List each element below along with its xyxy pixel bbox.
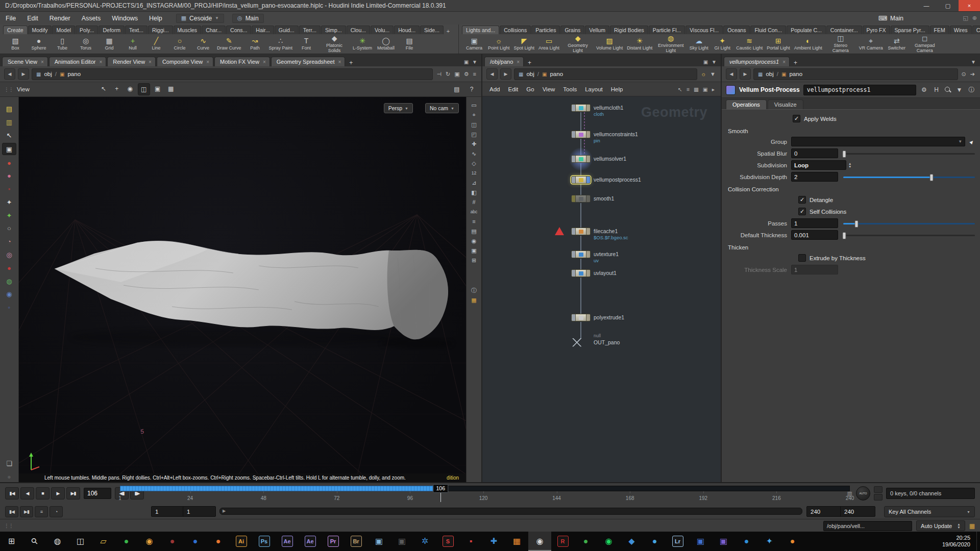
search-icon[interactable] [944,86,951,93]
view-menu[interactable]: View [17,86,30,92]
shelf-tool-volume-light[interactable]: ▨Volume Light [595,37,624,52]
bypass-flag[interactable] [572,251,576,258]
forward-button[interactable]: ▶ [500,68,511,80]
handles-icon[interactable]: + [111,83,122,94]
shelf-tab-deform[interactable]: Deform [99,26,124,34]
pane-maximize-icon[interactable]: ▤ [451,84,462,95]
shelf-tab-modify[interactable]: Modify [28,26,52,34]
shelf-tab-volu[interactable]: Volu... [371,26,394,34]
taskbar-app-blue-diamond[interactable]: ◆ [620,532,643,551]
shelf-tab-grains[interactable]: Grains [560,26,584,34]
network-canvas[interactable]: Geometry vellumcloth1clothvellumconstrai… [482,96,721,482]
tab-render-view[interactable]: Render View× [107,57,156,66]
taskbar-app-blue-plus[interactable]: ✚ [482,532,505,551]
node-polyextrude1[interactable] [571,314,591,321]
play-button[interactable]: ▶ [51,487,65,499]
taskbar-firefox[interactable]: ● [207,532,230,551]
viewport-3d-canvas[interactable]: Persp ▼ No cam ▼ 5 Left mouse tumbles. M… [19,97,466,482]
context-path-field[interactable]: /obj/pano/vell... [823,521,912,531]
range-slider[interactable]: ▶ [219,508,802,515]
node-smooth1[interactable] [571,195,591,203]
shelf-tool-distant-light[interactable]: ☀Distant Light [625,37,654,52]
pin-tool-icon[interactable]: ◉ [3,289,16,300]
radial-menu-selector[interactable]: ◎ Main [232,14,264,23]
shelf-tool-camera[interactable]: ▣Camera [463,37,485,52]
bypass-flag[interactable] [572,195,576,202]
normals-icon[interactable]: ⊿ [472,180,476,186]
shelf-tool-line[interactable]: ╱Line [145,37,167,52]
maximize-button[interactable]: ▢ [937,0,959,11]
node-vellumpostprocess1[interactable] [571,176,591,184]
taskbar-file-explorer[interactable]: ▱ [92,532,115,551]
jump-to-start-button[interactable]: ▮◀ [5,487,19,499]
realtime-toggle-button[interactable]: ◔ [50,506,63,517]
shelf-tool-geometry-light[interactable]: ◆Geometry Light [562,34,594,54]
taskbar-app-orange-grid[interactable]: ▦ [505,532,528,551]
node-uvtexture1[interactable] [571,251,591,258]
node-name-label[interactable]: smooth1 [594,195,614,202]
pane-split-icon[interactable]: ▣ [464,59,469,65]
taskbar-app-green-circle-2[interactable]: ● [574,532,597,551]
presets-icon[interactable]: ▼ [955,86,964,93]
node-name-label[interactable]: polyextrude1 [594,314,624,320]
tab-parameters[interactable]: vellumpostprocess1 × [724,57,790,66]
crumb-pano[interactable]: pano [550,71,563,77]
menu-windows[interactable]: Windows [106,14,143,23]
node-name-label[interactable]: vellumpostprocess1 [594,177,641,183]
follow-selection-icon[interactable]: ➔ [970,71,975,78]
taskbar-app-red-square[interactable]: ▪ [459,532,482,551]
grid-icon[interactable]: ▦ [694,86,699,92]
shelf-tool-stereo-camera[interactable]: ◫Stereo Camera [825,34,856,54]
layers-icon[interactable]: ▥ [847,490,852,497]
shelf-tool-portal-light[interactable]: ⊞Portal Light [765,37,792,52]
text-display-icon[interactable]: abc [471,209,478,215]
shelf-tool-torus[interactable]: ◎Torus [75,37,97,52]
taskbar-app-purple-square[interactable]: ▣ [712,532,735,551]
corner-view-icon[interactable]: ◰ [471,131,476,138]
shelf-tool-vr-camera[interactable]: ⌖VR Camera [857,37,885,52]
prev-keyframe-button[interactable]: ▮◀ [5,506,18,517]
crosshair-icon[interactable]: ⌖ [472,112,475,118]
layer-display-icon[interactable]: ▤ [471,228,476,235]
gear-icon[interactable]: ⚙ [920,86,928,93]
taskbar-lightroom[interactable]: Lr [666,532,689,551]
taskbar-cortana[interactable]: ◍ [46,532,69,551]
forward-button[interactable]: ▶ [740,68,751,80]
shelf-tool-sphere[interactable]: ●Sphere [28,37,50,52]
translate-tool-icon[interactable]: ● [3,157,16,168]
expand-icon[interactable]: ▸ [712,86,715,92]
taskbar-app-blue-wheel[interactable]: ✲ [413,532,436,551]
shelf-tab-char[interactable]: Char... [202,26,226,34]
shelf-tab-muscles[interactable]: Muscles [174,26,202,34]
shelf-tab-sparse-pyr[interactable]: Sparse Pyr... [891,26,929,34]
subdiv-depth-field[interactable]: 2 [791,172,838,182]
warning-icon[interactable] [555,227,564,235]
cloth-geometry[interactable] [55,241,448,340]
default-thickness-field[interactable]: 0.001 [791,230,838,240]
menu-file[interactable]: File [0,14,21,23]
bypass-flag[interactable] [572,156,576,162]
tab-visualize[interactable]: Visualize [768,99,803,109]
net-menu-edit[interactable]: Edit [504,85,522,93]
taskbar-start[interactable]: ⊞ [0,532,23,551]
minimize-button[interactable]: — [916,0,937,11]
display-flag[interactable] [586,156,590,162]
rotate-tool-icon[interactable]: ● [3,170,16,182]
crumb-pano[interactable]: pano [67,71,81,77]
breadcrumb[interactable]: ▦obj/▣pano [753,68,958,80]
taskbar-app-blue-square[interactable]: ▣ [689,532,712,551]
node-name-label[interactable]: vellumconstraints1 [594,131,638,137]
diamond-display-icon[interactable]: ◇ [472,160,476,167]
display-flag[interactable] [586,228,590,235]
net-menu-help[interactable]: Help [607,85,627,93]
shelf-tool-platonic-solids[interactable]: ◆Platonic Solids [318,34,350,54]
shelf-tab-cons[interactable]: Cons... [226,26,251,34]
scale-tool-icon[interactable]: ▪ [3,184,16,195]
tab-motion-fx-view[interactable]: Motion FX View× [214,57,270,66]
back-button[interactable]: ◀ [726,68,737,80]
net-menu-add[interactable]: Add [485,85,504,93]
wave-display-icon[interactable]: ∿ [472,151,476,157]
shelf-tab-lights-and[interactable]: Lights and... [462,26,499,34]
shelf-tab-fluid-con[interactable]: Fluid Con... [750,26,786,34]
taskbar-app-green-circle[interactable]: ● [115,532,138,551]
